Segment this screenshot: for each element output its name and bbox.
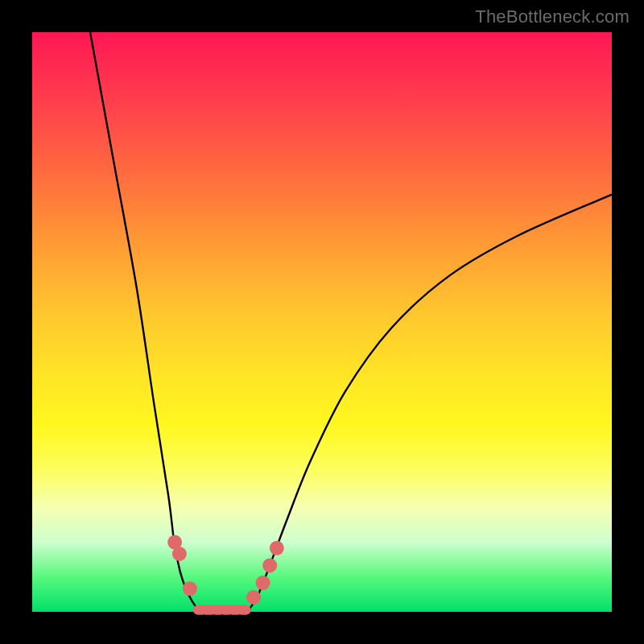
marker-dot — [172, 547, 187, 561]
marker-dot — [270, 541, 284, 555]
chart-frame: TheBottleneck.com — [0, 0, 644, 644]
marker-dot — [183, 581, 197, 596]
flat-markers — [193, 605, 251, 615]
bottleneck-curve — [32, 32, 612, 612]
curve-line — [90, 32, 612, 611]
curve-markers — [167, 535, 284, 605]
watermark-text: TheBottleneck.com — [475, 6, 630, 27]
marker-dot — [246, 590, 261, 605]
marker-dot — [262, 558, 277, 572]
flat-marker — [237, 605, 251, 615]
marker-dot — [256, 576, 270, 590]
